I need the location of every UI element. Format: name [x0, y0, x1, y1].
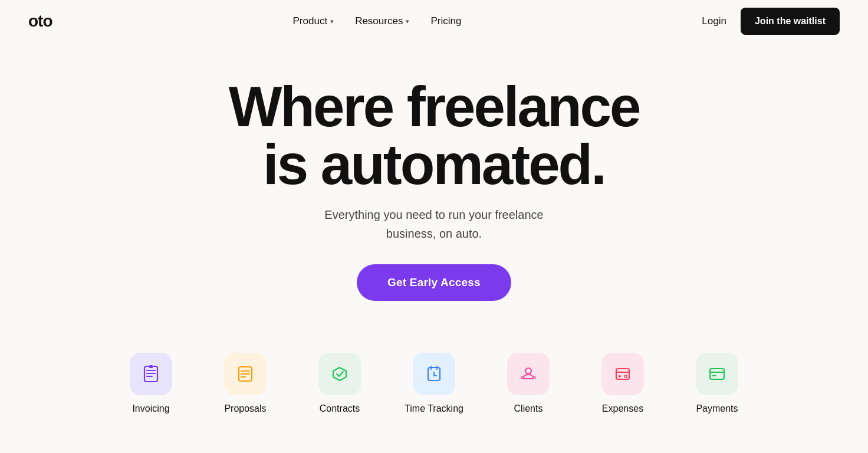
- expenses-icon: [613, 365, 632, 383]
- feature-payments: Payments: [670, 353, 764, 414]
- svg-rect-4: [149, 365, 153, 368]
- proposals-label: Proposals: [224, 403, 266, 414]
- get-early-access-button[interactable]: Get Early Access: [357, 264, 511, 301]
- chevron-down-icon: ▾: [330, 18, 334, 25]
- hero-cta: Get Early Access: [357, 264, 511, 301]
- payments-icon-wrap: [696, 353, 738, 395]
- feature-proposals: Proposals: [198, 353, 292, 414]
- contracts-label: Contracts: [320, 403, 360, 414]
- contracts-icon-wrap: [318, 353, 361, 395]
- time-tracking-label: Time Tracking: [405, 403, 463, 414]
- svg-point-14: [525, 368, 531, 374]
- nav-item-resources[interactable]: Resources ▾: [355, 15, 409, 27]
- clients-icon: [519, 365, 538, 383]
- hero-line2: is automated.: [263, 133, 605, 196]
- feature-time-tracking: Time Tracking: [387, 353, 481, 414]
- expenses-label: Expenses: [602, 403, 643, 414]
- hero-subtext: Everything you need to run your freelanc…: [324, 205, 543, 243]
- invoicing-label: Invoicing: [132, 403, 169, 414]
- hero-headline: Where freelance is automated.: [229, 78, 640, 193]
- clients-label: Clients: [514, 403, 543, 414]
- clients-icon-wrap: [507, 353, 550, 395]
- svg-rect-19: [710, 369, 724, 379]
- time-tracking-icon-wrap: [413, 353, 455, 395]
- proposals-icon: [236, 365, 255, 383]
- svg-point-17: [619, 375, 621, 378]
- nav-right: Login Join the waitlist: [702, 8, 840, 35]
- join-waitlist-button[interactable]: Join the waitlist: [741, 8, 840, 35]
- time-tracking-icon: [425, 365, 443, 383]
- feature-contracts: Contracts: [292, 353, 387, 414]
- nav-center: Product ▾ Resources ▾ Pricing: [293, 15, 462, 27]
- nav-label-pricing: Pricing: [430, 15, 461, 27]
- feature-invoicing: Invoicing: [104, 353, 198, 414]
- navbar: oto Product ▾ Resources ▾ Pricing Login …: [0, 0, 868, 42]
- payments-label: Payments: [696, 403, 738, 414]
- proposals-icon-wrap: [224, 353, 267, 395]
- nav-label-resources: Resources: [355, 15, 403, 27]
- feature-clients: Clients: [481, 353, 576, 414]
- hero-section: Where freelance is automated. Everything…: [0, 42, 868, 324]
- expenses-icon-wrap: [601, 353, 644, 395]
- chevron-down-icon: ▾: [406, 18, 409, 25]
- svg-point-18: [624, 375, 627, 378]
- payments-icon: [708, 365, 726, 383]
- feature-expenses: Expenses: [576, 353, 670, 414]
- nav-item-product[interactable]: Product ▾: [293, 15, 334, 27]
- hero-subtext-line2: business, on auto.: [386, 227, 482, 240]
- features-row: Invoicing Proposals Contracts: [0, 324, 868, 447]
- hero-subtext-line1: Everything you need to run your freelanc…: [324, 208, 543, 221]
- invoicing-icon: [142, 365, 160, 383]
- invoicing-icon-wrap: [130, 353, 172, 395]
- svg-rect-15: [616, 369, 629, 379]
- nav-label-product: Product: [293, 15, 328, 27]
- nav-item-pricing[interactable]: Pricing: [430, 15, 461, 27]
- logo[interactable]: oto: [28, 12, 52, 31]
- contracts-icon: [330, 365, 349, 383]
- login-link[interactable]: Login: [702, 15, 726, 27]
- bottom-gradient-strip: [0, 447, 868, 453]
- hero-line1: Where freelance: [229, 75, 640, 138]
